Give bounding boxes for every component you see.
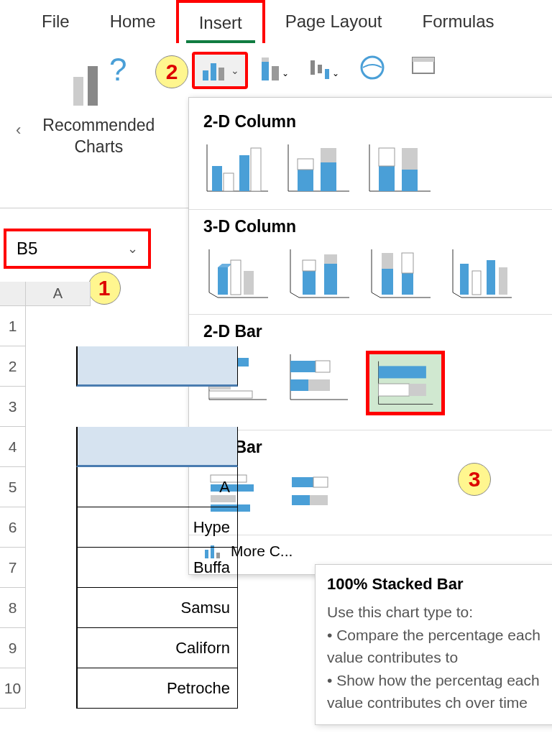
svg-rect-0 (73, 77, 83, 106)
svg-rect-8 (272, 66, 279, 80)
cell[interactable]: Californ (76, 628, 238, 668)
svg-rect-32 (379, 148, 395, 166)
row-header[interactable]: 10 (0, 668, 26, 709)
row-header[interactable]: 6 (0, 507, 26, 548)
svg-rect-11 (318, 65, 322, 73)
svg-rect-12 (325, 69, 329, 79)
column-header-a[interactable]: A (26, 282, 91, 306)
cell[interactable]: Petroche (76, 668, 238, 709)
cell[interactable]: Buffa (76, 548, 238, 588)
row-header[interactable]: 2 (0, 346, 26, 387)
svg-rect-7 (262, 57, 269, 62)
svg-rect-25 (298, 170, 313, 191)
svg-text:?: ? (109, 55, 126, 87)
pivot-chart-icon[interactable] (410, 55, 438, 83)
stacked-bar-2d[interactable] (285, 351, 353, 405)
svg-rect-28 (321, 148, 336, 162)
svg-rect-48 (402, 253, 413, 273)
chevron-down-icon[interactable]: ⌄ (127, 241, 138, 257)
svg-rect-20 (224, 173, 234, 191)
svg-rect-62 (290, 361, 316, 372)
tooltip-body: Use this chart type to: • Compare the pe… (327, 601, 547, 714)
cell[interactable]: Samsu (76, 588, 238, 628)
row-header[interactable]: 9 (0, 628, 26, 668)
row-header[interactable]: 5 (0, 467, 26, 507)
svg-rect-69 (379, 384, 410, 396)
svg-rect-53 (499, 267, 507, 295)
svg-rect-75 (292, 477, 313, 487)
svg-rect-1 (88, 66, 98, 106)
svg-rect-64 (290, 379, 308, 391)
svg-rect-26 (298, 159, 313, 170)
100-stacked-column-2d[interactable] (366, 141, 434, 195)
row-header[interactable]: 7 (0, 548, 26, 588)
tab-home[interactable]: Home (90, 1, 176, 42)
svg-rect-10 (310, 60, 315, 75)
stacked-chart-icon[interactable]: ⌄ (259, 55, 288, 83)
cell[interactable]: Hype (76, 507, 238, 548)
svg-rect-42 (324, 264, 337, 295)
waterfall-chart-icon[interactable]: ⌄ (309, 55, 338, 83)
100-stacked-column-3d[interactable] (366, 246, 434, 300)
extra-chart-buttons: ⌄ ⌄ (259, 55, 438, 83)
svg-rect-34 (402, 148, 418, 170)
callout-3: 3 (458, 463, 491, 496)
stacked-column-2d[interactable] (285, 141, 353, 195)
svg-rect-70 (409, 384, 426, 396)
select-all-corner[interactable] (0, 282, 26, 306)
tab-formulas[interactable]: Formulas (402, 1, 515, 42)
tab-file[interactable]: File (22, 1, 90, 42)
recommended-charts-label: RecommendedCharts (42, 115, 155, 158)
cell[interactable] (76, 427, 238, 467)
name-box-value: B5 (17, 239, 37, 259)
svg-rect-6 (262, 62, 269, 80)
stacked-bar-3d[interactable] (285, 466, 353, 520)
svg-text:⌄: ⌄ (332, 68, 338, 78)
svg-rect-3 (203, 70, 208, 80)
callout-2: 2 (155, 55, 188, 88)
svg-rect-5 (218, 68, 224, 80)
3d-column[interactable] (447, 246, 515, 300)
svg-rect-16 (413, 57, 434, 62)
section-3d-bar: 3-D Bar (189, 430, 552, 463)
insert-column-chart-button[interactable]: ⌄ (192, 52, 248, 89)
chart-gallery-dropdown: 2-D Column 3-D Column 2-D Bar 3-D Bar Mo… (188, 97, 552, 575)
svg-rect-50 (460, 264, 469, 295)
svg-rect-51 (472, 271, 481, 295)
column-chart-icon (201, 57, 226, 83)
section-2d-bar: 2-D Bar (189, 315, 552, 347)
name-box[interactable]: B5 ⌄ (4, 229, 151, 269)
tab-insert[interactable]: Insert (176, 0, 265, 43)
svg-rect-78 (310, 495, 328, 505)
more-charts-label[interactable]: More C... (231, 543, 293, 560)
svg-rect-63 (316, 361, 330, 372)
row-header[interactable]: 1 (0, 306, 26, 346)
svg-rect-22 (251, 148, 261, 191)
svg-rect-46 (382, 253, 393, 269)
svg-text:⌄: ⌄ (282, 68, 288, 78)
svg-rect-65 (308, 379, 330, 391)
tooltip-title: 100% Stacked Bar (327, 575, 547, 594)
section-2d-column: 2-D Column (189, 105, 552, 137)
svg-rect-76 (313, 477, 328, 487)
svg-rect-19 (212, 166, 222, 191)
svg-rect-68 (379, 366, 426, 378)
section-3d-column: 3-D Column (189, 210, 552, 242)
svg-rect-41 (303, 260, 316, 271)
row-header[interactable]: 8 (0, 588, 26, 628)
cell[interactable]: A (76, 467, 238, 507)
svg-rect-40 (303, 271, 316, 295)
cell[interactable] (76, 346, 238, 387)
stacked-column-3d[interactable] (285, 246, 353, 300)
ribbon-scroll-left[interactable]: ‹ (9, 121, 28, 139)
globe-icon[interactable] (359, 55, 388, 83)
100-stacked-bar-2d[interactable] (366, 351, 445, 415)
spreadsheet-grid: A 1 2 3 4 5A 6Hype 7Buffa 8Samsu 9Califo… (0, 282, 238, 709)
svg-point-14 (362, 57, 383, 78)
clustered-column-2d[interactable] (203, 141, 272, 195)
row-header[interactable]: 3 (0, 387, 26, 427)
svg-rect-4 (211, 63, 216, 80)
row-header[interactable]: 4 (0, 427, 26, 467)
recommended-charts-button[interactable]: ? RecommendedCharts (28, 52, 169, 162)
tab-page-layout[interactable]: Page Layout (265, 1, 402, 42)
